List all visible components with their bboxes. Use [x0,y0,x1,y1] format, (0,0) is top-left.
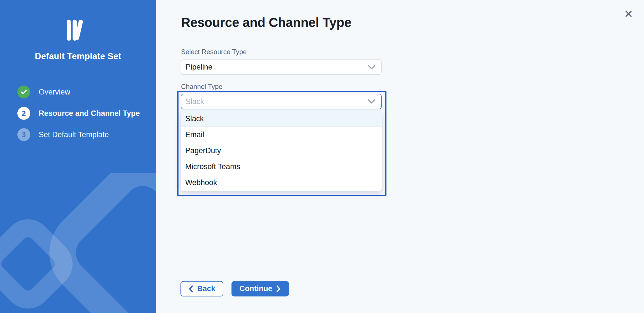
back-label: Back [197,284,216,293]
x-icon [625,10,632,17]
wizard-title: Default Template Set [0,51,156,61]
channel-type-select[interactable]: Slack [181,94,382,109]
resource-type-label: Select Resource Type [181,48,247,56]
chevron-right-icon [276,285,281,293]
channel-type-options-list: Slack Email PagerDuty Microsoft Teams We… [181,111,382,191]
app-logo [66,20,90,42]
step-label: Overview [39,88,70,96]
back-button[interactable]: Back [180,281,223,296]
channel-type-placeholder: Slack [186,97,204,106]
continue-label: Continue [240,284,272,293]
resource-type-select[interactable]: Pipeline [181,59,382,75]
chevron-left-icon [189,285,193,293]
resource-type-value: Pipeline [186,63,212,72]
chevron-down-icon [368,99,376,104]
option-slack[interactable]: Slack [181,111,382,127]
option-label: Slack [185,114,204,123]
option-label: Webhook [185,178,217,187]
option-webhook[interactable]: Webhook [181,175,382,191]
wizard-sidebar: Default Template Set Overview 2 Resource… [0,0,156,313]
option-label: PagerDuty [185,146,221,155]
channel-type-label: Channel Type [181,82,223,91]
option-label: Microsoft Teams [185,162,240,171]
page-title: Resource and Channel Type [181,16,351,29]
step-number: 2 [17,107,30,120]
wizard-footer: Back Continue [180,281,289,296]
channel-type-dropdown-container: Slack Slack Email PagerDuty Microsoft Te… [177,91,386,196]
step-set-default-template[interactable]: 3 Set Default Template [17,128,149,141]
chevron-down-icon [368,65,376,70]
option-microsoft-teams[interactable]: Microsoft Teams [181,159,382,175]
wizard-content: Resource and Channel Type Select Resourc… [156,0,644,313]
step-label: Resource and Channel Type [39,109,140,118]
option-label: Email [185,130,204,139]
step-label: Set Default Template [39,130,109,139]
step-overview[interactable]: Overview [17,86,149,98]
sidebar-watermark-pattern [0,173,156,313]
step-resource-and-channel-type[interactable]: 2 Resource and Channel Type [17,107,149,120]
option-email[interactable]: Email [181,127,382,143]
option-pagerduty[interactable]: PagerDuty [181,143,382,159]
wizard-steps: Overview 2 Resource and Channel Type 3 S… [17,86,149,149]
close-button[interactable] [624,9,633,19]
step-number: 3 [17,128,30,141]
wizard-modal: Default Template Set Overview 2 Resource… [0,0,644,313]
check-icon [17,86,30,98]
continue-button[interactable]: Continue [231,281,289,296]
